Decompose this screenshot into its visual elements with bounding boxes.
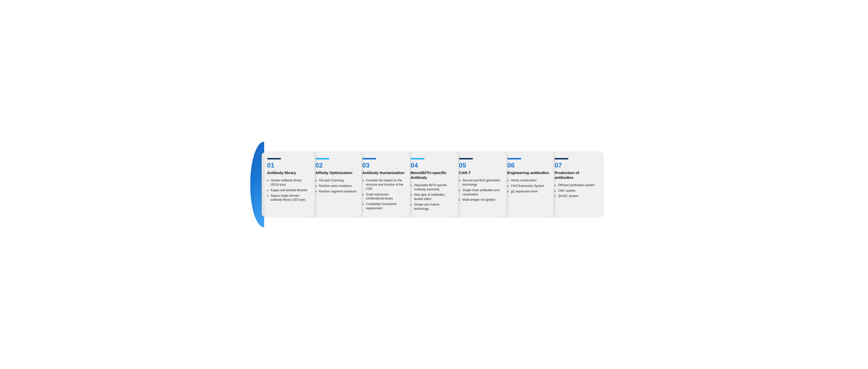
card-list-card-01: Human antibody library (5E10 size)Kappa … [267, 178, 310, 202]
list-item-card-07-0: Efficient purification system [558, 183, 597, 188]
list-item-card-05-2: Multi-antigen recognition [463, 198, 502, 202]
accent-bar-card-05 [459, 158, 473, 160]
card-list-card-04: Adjustable Bi/Tri-specific Antibody asse… [411, 183, 454, 211]
list-item-card-06-2: g/L expression level [511, 190, 549, 194]
card-03: 03Antibody HumanizationConsider the impa… [357, 153, 410, 216]
card-title-card-03: Antibody Humanization [362, 171, 405, 175]
card-number-card-02: 02 [315, 162, 357, 169]
card-list-card-06: Vector constructionCHO Expression System… [507, 178, 549, 194]
list-item-card-03-1: Scale expression combinatorial library [366, 193, 405, 201]
card-list-card-02: Hot spot ScanningRandom point mutationsR… [315, 178, 357, 194]
card-title-card-06: Engineering antibodies [507, 171, 549, 175]
accent-bar-card-06 [507, 158, 521, 160]
card-title-card-01: Antibody library [267, 171, 310, 175]
card-title-card-05: CAR-T [459, 171, 502, 175]
list-item-card-03-0: Consider the impact on the structure and… [366, 178, 405, 191]
card-number-card-05: 05 [459, 162, 502, 169]
card-number-card-01: 01 [267, 162, 310, 169]
list-item-card-04-0: Adjustable Bi/Tri-specific Antibody asse… [414, 183, 454, 192]
card-list-card-07: Efficient purification systemCMC systemQ… [555, 183, 597, 198]
accent-bar-card-01 [267, 158, 281, 160]
card-number-card-07: 07 [555, 162, 597, 169]
card-07: 07Production of antibodiesEfficient puri… [549, 153, 602, 216]
cards-wrapper: 01Antibody libraryHuman antibody library… [261, 153, 602, 216]
list-item-card-07-1: CMC system [558, 189, 597, 193]
accent-bar-card-07 [555, 158, 568, 160]
list-item-card-03-2: Completely humanized replacement [366, 202, 405, 210]
diagram-container: 01Antibody libraryHuman antibody library… [245, 134, 623, 235]
list-item-card-02-2: Random segment mutations [319, 190, 357, 194]
card-list-card-03: Consider the impact on the structure and… [362, 178, 405, 210]
card-06: 06Engineering antibodiesVector construct… [502, 153, 554, 216]
accent-bar-card-03 [362, 158, 376, 160]
list-item-card-06-0: Vector construction [511, 178, 549, 182]
card-number-card-03: 03 [362, 162, 405, 169]
card-list-card-05: Second and third generation technologySi… [459, 178, 502, 202]
list-item-card-04-1: New type of antibodies double effect [414, 193, 454, 201]
card-01: 01Antibody libraryHuman antibody library… [261, 153, 314, 216]
list-item-card-02-1: Random point mutations [319, 184, 357, 188]
card-05: 05CAR-TSecond and third generation techn… [454, 153, 506, 216]
list-item-card-05-1: Single chain antibodies and nanobodies [463, 188, 502, 197]
card-title-card-07: Production of antibodies [555, 171, 597, 180]
card-04: 04Mono/Bi/Tri-specific AntibodyAdjustabl… [405, 153, 458, 216]
list-item-card-02-0: Hot spot Scanning [319, 178, 357, 182]
list-item-card-05-0: Second and third generation technology [463, 178, 502, 187]
accent-bar-card-04 [411, 158, 425, 160]
card-number-card-06: 06 [507, 162, 549, 169]
card-02: 02Affinity OptimizationHot spot Scanning… [310, 153, 361, 216]
list-item-card-01-2: Alpaca single-domain antibody library (1… [271, 194, 310, 202]
list-item-card-07-2: QA/QC system [558, 194, 597, 198]
accent-bar-card-02 [315, 158, 329, 160]
card-title-card-02: Affinity Optimization [315, 171, 357, 175]
list-item-card-01-1: Kappa and lambda libraries [271, 188, 310, 193]
card-title-card-04: Mono/Bi/Tri-specific Antibody [411, 171, 454, 180]
list-item-card-01-0: Human antibody library (5E10 size) [271, 178, 310, 187]
list-item-card-04-2: Simple and mature technology [414, 202, 454, 211]
card-number-card-04: 04 [411, 162, 454, 169]
list-item-card-06-1: CHO Expression System [511, 184, 549, 188]
